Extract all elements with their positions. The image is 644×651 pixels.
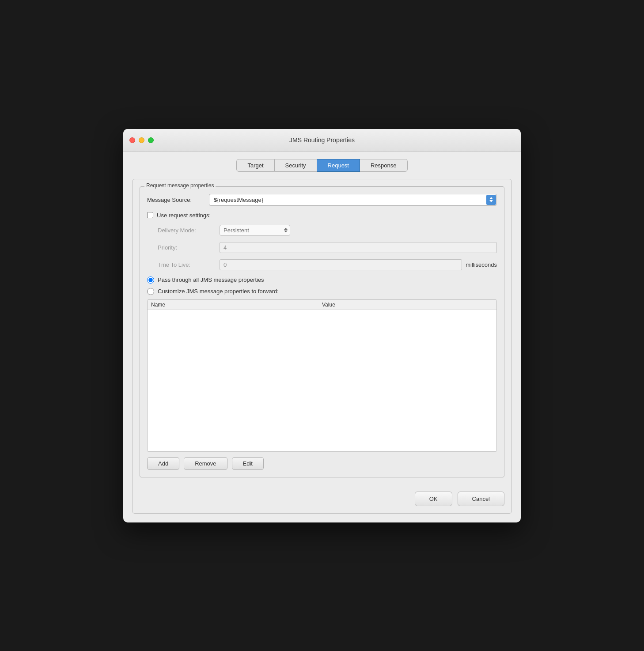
window-body: Target Security Request Response Request… — [123, 152, 521, 522]
column-value-header: Value — [322, 302, 493, 308]
close-button[interactable] — [129, 137, 135, 143]
pass-through-label: Pass through all JMS message properties — [158, 276, 264, 283]
traffic-lights — [129, 137, 154, 143]
message-source-select[interactable]: ${requestMessage} — [209, 194, 497, 206]
priority-label: Priority: — [158, 244, 220, 251]
pass-through-radio-row: Pass through all JMS message properties — [147, 276, 497, 284]
message-source-label: Message Source: — [147, 197, 209, 203]
delivery-mode-select-wrapper: Persistent — [220, 225, 290, 236]
remove-button[interactable]: Remove — [184, 457, 227, 470]
column-name-header: Name — [151, 302, 322, 308]
time-to-live-row: Tme To Live: milliseconds — [158, 259, 497, 270]
tab-security[interactable]: Security — [275, 159, 317, 172]
action-buttons: Add Remove Edit — [147, 457, 497, 470]
titlebar: JMS Routing Properties — [123, 129, 521, 152]
delivery-mode-row: Delivery Mode: Persistent — [158, 225, 497, 236]
use-request-settings-label: Use request settings: — [157, 212, 211, 219]
dialog-window: JMS Routing Properties Target Security R… — [123, 129, 521, 522]
delivery-mode-select[interactable]: Persistent — [220, 225, 290, 236]
customize-label: Customize JMS message properties to forw… — [158, 288, 279, 295]
customize-radio[interactable] — [147, 288, 154, 295]
time-to-live-input[interactable] — [220, 259, 462, 270]
tab-bar: Target Security Request Response — [132, 159, 512, 172]
table-body[interactable] — [148, 310, 496, 451]
group-title: Request message properties — [144, 182, 216, 189]
table-header: Name Value — [148, 300, 496, 310]
window-title: JMS Routing Properties — [289, 136, 355, 144]
tab-request[interactable]: Request — [317, 159, 360, 172]
bottom-buttons: OK Cancel — [140, 484, 504, 506]
minimize-button[interactable] — [139, 137, 144, 143]
message-source-wrapper: ${requestMessage} — [209, 194, 497, 206]
ok-button[interactable]: OK — [415, 492, 452, 506]
tab-target[interactable]: Target — [236, 159, 274, 172]
maximize-button[interactable] — [148, 137, 154, 143]
time-to-live-label: Tme To Live: — [158, 261, 220, 268]
priority-input[interactable] — [220, 242, 497, 253]
milliseconds-label: milliseconds — [466, 261, 497, 268]
content-panel: Request message properties Message Sourc… — [132, 179, 512, 514]
message-source-row: Message Source: ${requestMessage} — [147, 194, 497, 206]
tab-response[interactable]: Response — [360, 159, 408, 172]
request-message-properties-group: Request message properties Message Sourc… — [140, 186, 504, 477]
use-request-settings-checkbox[interactable] — [147, 212, 153, 218]
delivery-mode-label: Delivery Mode: — [158, 227, 220, 234]
customize-radio-row: Customize JMS message properties to forw… — [147, 288, 497, 295]
edit-button[interactable]: Edit — [232, 457, 264, 470]
priority-row: Priority: — [158, 242, 497, 253]
properties-table: Name Value — [147, 299, 497, 452]
pass-through-radio[interactable] — [147, 276, 154, 284]
add-button[interactable]: Add — [147, 457, 179, 470]
cancel-button[interactable]: Cancel — [458, 492, 504, 506]
use-request-settings-row: Use request settings: — [147, 212, 497, 219]
